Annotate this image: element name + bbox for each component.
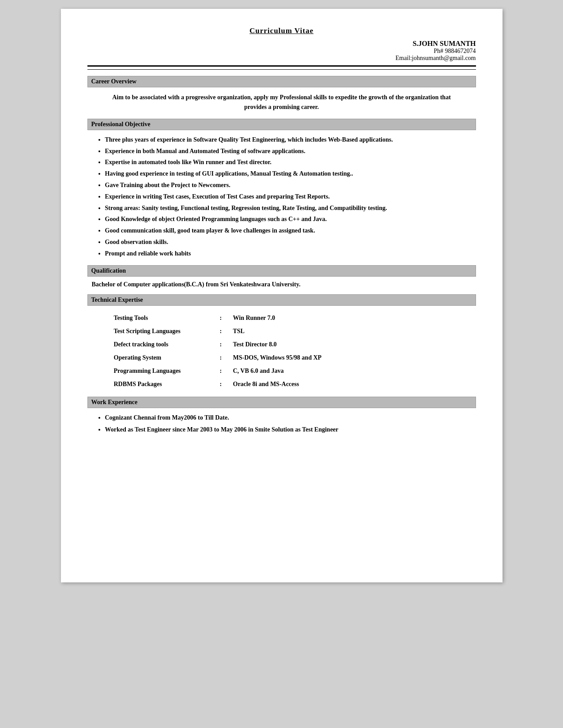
- qualification-header: Qualification: [87, 265, 476, 277]
- tech-value: C, VB 6.0 and Java: [233, 365, 476, 377]
- list-item: Good Knowledge of object Oriented Progra…: [105, 214, 476, 225]
- qualification-text: Bachelor of Computer applications(B.C.A)…: [92, 281, 476, 288]
- list-item: Good observation skills.: [105, 237, 476, 248]
- table-row: RDBMS Packages : Oracle 8i and MS-Access: [114, 378, 476, 390]
- tech-value: Oracle 8i and MS-Access: [233, 378, 476, 390]
- tech-label: Testing Tools: [114, 312, 220, 324]
- table-row: Operating System : MS-DOS, Windows 95/98…: [114, 352, 476, 364]
- career-overview-header: Career Overview: [87, 76, 476, 87]
- career-overview-text: Aim to be associated with a progressive …: [105, 93, 458, 113]
- tech-colon: :: [220, 312, 233, 324]
- professional-objective-header: Professional Objective: [87, 119, 476, 130]
- header-top: Curriculum Vitae: [87, 26, 476, 35]
- table-row: Defect tracking tools : Test Director 8.…: [114, 338, 476, 351]
- tech-colon: :: [220, 378, 233, 390]
- tech-label: Defect tracking tools: [114, 338, 220, 351]
- tech-label: Test Scripting Languages: [114, 325, 220, 338]
- tech-value: Win Runner 7.0: [233, 312, 476, 324]
- tech-label: Programming Languages: [114, 365, 220, 377]
- professional-objective-list: Three plus years of experience in Softwa…: [101, 135, 476, 259]
- list-item: Having good experience in testing of GUI…: [105, 169, 476, 179]
- tech-value: TSL: [233, 325, 476, 338]
- list-item: Cognizant Chennai from May2006 to Till D…: [105, 413, 476, 423]
- list-item: Three plus years of experience in Softwa…: [105, 135, 476, 145]
- tech-value: MS-DOS, Windows 95/98 and XP: [233, 352, 476, 364]
- work-experience-list: Cognizant Chennai from May2006 to Till D…: [101, 413, 476, 435]
- list-item: Strong areas: Sanity testing, Functional…: [105, 203, 476, 214]
- tech-colon: :: [220, 325, 233, 338]
- table-row: Testing Tools : Win Runner 7.0: [114, 312, 476, 324]
- work-experience-header: Work Experience: [87, 397, 476, 408]
- list-item: Expertise in automated tools like Win ru…: [105, 157, 476, 168]
- tech-colon: :: [220, 365, 233, 377]
- table-row: Programming Languages : C, VB 6.0 and Ja…: [114, 365, 476, 377]
- list-item: Prompt and reliable work habits: [105, 248, 476, 259]
- header-info: S.JOHN SUMANTH Ph# 9884672074 Email:john…: [87, 40, 476, 62]
- candidate-phone: Ph# 9884672074: [87, 48, 476, 55]
- list-item: Experience in writing Test cases, Execut…: [105, 191, 476, 202]
- list-item: Gave Training about the Project to Newco…: [105, 180, 476, 191]
- list-item: Good communication skill, good team play…: [105, 225, 476, 236]
- thick-divider: [87, 65, 476, 67]
- thin-divider: [87, 69, 476, 70]
- technical-expertise-table: Testing Tools : Win Runner 7.0 Test Scri…: [114, 312, 476, 390]
- list-item: Experience in both Manual and Automated …: [105, 146, 476, 157]
- resume-page: Curriculum Vitae S.JOHN SUMANTH Ph# 9884…: [61, 9, 503, 582]
- tech-label: Operating System: [114, 352, 220, 364]
- list-item: Worked as Test Engineer since Mar 2003 t…: [105, 424, 476, 435]
- candidate-name: S.JOHN SUMANTH: [87, 40, 476, 48]
- candidate-email: Email:johnsumanth@gmail.com: [87, 55, 476, 62]
- tech-label: RDBMS Packages: [114, 378, 220, 390]
- technical-expertise-header: Technical Expertise: [87, 294, 476, 306]
- tech-colon: :: [220, 352, 233, 364]
- cv-title: Curriculum Vitae: [249, 26, 314, 35]
- table-row: Test Scripting Languages : TSL: [114, 325, 476, 338]
- tech-colon: :: [220, 338, 233, 351]
- tech-value: Test Director 8.0: [233, 338, 476, 351]
